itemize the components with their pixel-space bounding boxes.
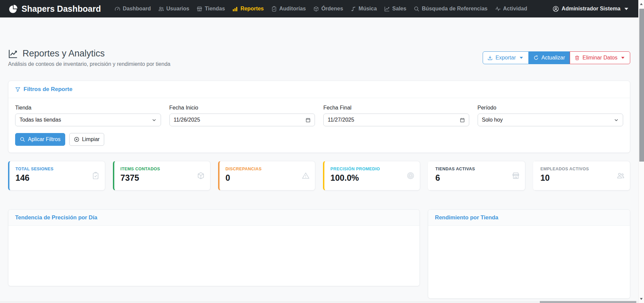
people-icon xyxy=(158,6,164,12)
clear-filters-button[interactable]: Limpiar xyxy=(69,133,104,146)
navbar: Shapers Dashboard Dashboard Usuarios Tie… xyxy=(0,0,638,17)
stat-value: 6 xyxy=(435,173,519,183)
speedometer-icon xyxy=(115,6,120,12)
people-icon xyxy=(617,172,625,180)
filter-fields: Tienda Todas las tiendas Fecha Inicio 11… xyxy=(15,105,623,126)
app: Shapers Dashboard Dashboard Usuarios Tie… xyxy=(0,0,644,299)
page-title-block: Reportes y Analytics Análisis de conteos… xyxy=(8,48,170,67)
nav-item-actividad[interactable]: Actividad xyxy=(492,3,530,14)
field-label: Fecha Inicio xyxy=(169,105,315,111)
shop-icon xyxy=(512,172,520,180)
box-icon xyxy=(313,6,319,12)
page-header: Reportes y Analytics Análisis de conteos… xyxy=(8,48,630,67)
box-icon xyxy=(197,172,205,180)
nav-item-auditorias[interactable]: Auditorías xyxy=(268,3,309,14)
user-name: Administrador Sistema xyxy=(562,6,620,12)
filter-field-fecha-inicio: Fecha Inicio 11/26/2025 xyxy=(169,105,315,126)
filter-field-periodo: Período Solo hoy xyxy=(478,105,623,126)
nav-item-label: Música xyxy=(359,6,377,12)
person-circle-icon xyxy=(553,6,559,12)
target-icon xyxy=(407,172,414,180)
scroll-down-arrow-icon[interactable] xyxy=(639,296,644,302)
shop-icon xyxy=(197,6,202,12)
page-title: Reportes y Analytics xyxy=(8,48,170,59)
chart-panel-precision-trend: Tendencia de Precisión por Día xyxy=(8,209,420,286)
search-icon xyxy=(414,6,419,12)
nav-item-musica[interactable]: Música xyxy=(348,3,380,14)
pie-chart-icon xyxy=(9,4,18,13)
export-button[interactable]: Exportar xyxy=(483,51,528,64)
nav-item-tiendas[interactable]: Tiendas xyxy=(194,3,228,14)
user-menu[interactable]: Administrador Sistema xyxy=(553,6,630,12)
page-actions: Exportar Actualizar Eliminar Datos xyxy=(483,51,630,64)
brand-title: Shapers Dashboard xyxy=(22,4,101,14)
panel-title-precision-trend: Tendencia de Precisión por Día xyxy=(8,210,419,226)
chevron-down-icon xyxy=(614,118,619,123)
nav-item-reportes[interactable]: Reportes xyxy=(229,3,267,14)
activity-icon xyxy=(495,6,501,12)
vertical-scrollbar[interactable] xyxy=(638,0,644,303)
horizontal-scrollbar[interactable] xyxy=(0,301,638,303)
nav-item-usuarios[interactable]: Usuarios xyxy=(155,3,192,14)
stat-label: ITEMS CONTADOS xyxy=(120,167,204,171)
x-circle-icon xyxy=(74,137,79,142)
funnel-icon xyxy=(15,87,21,92)
filter-field-fecha-final: Fecha Final 11/27/2025 xyxy=(323,105,469,126)
panel-title-store-performance: Rendimiento por Tienda xyxy=(428,210,630,226)
nav-item-label: Usuarios xyxy=(166,6,189,12)
stat-card-total-sesiones: TOTAL SESIONES 146 xyxy=(8,161,105,190)
horizontal-scrollbar-thumb[interactable] xyxy=(540,301,636,303)
filter-card: Filtros de Reporte Tienda Todas las tien… xyxy=(8,81,630,153)
download-icon xyxy=(487,55,493,60)
clipboard-check-icon xyxy=(92,172,99,180)
refresh-button[interactable]: Actualizar xyxy=(529,51,570,64)
filter-card-header: Filtros de Reporte xyxy=(8,81,630,98)
caret-down-icon xyxy=(620,55,626,60)
main-nav: Dashboard Usuarios Tiendas Reportes Audi… xyxy=(112,3,553,14)
stat-card-discrepancias: DISCREPANCIAS 0 xyxy=(218,161,315,190)
nav-item-ordenes[interactable]: Órdenes xyxy=(310,3,346,14)
filter-field-tienda: Tienda Todas las tiendas xyxy=(15,105,161,126)
stat-value: 100.0% xyxy=(330,173,414,183)
music-note-icon xyxy=(351,6,356,12)
filter-input-fecha-inicio[interactable]: 11/26/2025 xyxy=(169,114,315,126)
field-value: 11/27/2025 xyxy=(328,117,354,123)
vertical-scrollbar-thumb[interactable] xyxy=(639,9,644,162)
filter-input-periodo[interactable]: Solo hoy xyxy=(478,114,623,126)
apply-filters-button[interactable]: Aplicar Filtros xyxy=(15,133,65,146)
stat-label: PRECISIÓN PROMEDIO xyxy=(330,167,414,171)
field-value: Todas las tiendas xyxy=(19,117,61,123)
chevron-down-icon xyxy=(152,118,157,123)
stat-value: 0 xyxy=(226,173,309,183)
stat-value: 146 xyxy=(15,173,99,183)
stat-card-tiendas-activas: TIENDAS ACTIVAS 6 xyxy=(428,161,525,190)
stat-value: 7375 xyxy=(120,173,204,183)
stat-label: TOTAL SESIONES xyxy=(15,167,99,171)
stat-card-precision-promedio: PRECISIÓN PROMEDIO 100.0% xyxy=(323,161,420,190)
stats-row: TOTAL SESIONES 146 ITEMS CONTADOS 7375 D… xyxy=(8,161,630,190)
nav-item-sales[interactable]: Sales xyxy=(381,3,409,14)
field-label: Período xyxy=(478,105,623,111)
search-icon xyxy=(20,137,25,142)
filter-actions: Aplicar Filtros Limpiar xyxy=(15,133,623,146)
scroll-up-arrow-icon[interactable] xyxy=(639,1,644,7)
filter-input-fecha-final[interactable]: 11/27/2025 xyxy=(323,114,469,126)
delete-data-button[interactable]: Eliminar Datos xyxy=(570,51,630,64)
brand[interactable]: Shapers Dashboard xyxy=(9,4,101,14)
calendar-icon xyxy=(306,118,311,123)
warning-triangle-icon xyxy=(302,172,310,180)
field-label: Tienda xyxy=(15,105,161,111)
trash-icon xyxy=(574,55,580,60)
graph-up-icon xyxy=(8,49,18,59)
graph-up-icon xyxy=(384,6,390,12)
nav-item-busqueda-de-referencias[interactable]: Búsqueda de Referencias xyxy=(411,3,491,14)
page-subtitle: Análisis de conteos de inventario, preci… xyxy=(8,61,170,67)
charts-row: Tendencia de Precisión por Día Rendimien… xyxy=(8,209,630,299)
filter-input-tienda[interactable]: Todas las tiendas xyxy=(15,114,161,126)
field-value: 11/26/2025 xyxy=(174,117,200,123)
nav-item-dashboard[interactable]: Dashboard xyxy=(112,3,154,14)
main-content: Reportes y Analytics Análisis de conteos… xyxy=(0,48,638,299)
calendar-icon xyxy=(460,118,465,123)
caret-down-icon xyxy=(623,6,630,12)
bar-chart-icon xyxy=(232,6,238,12)
